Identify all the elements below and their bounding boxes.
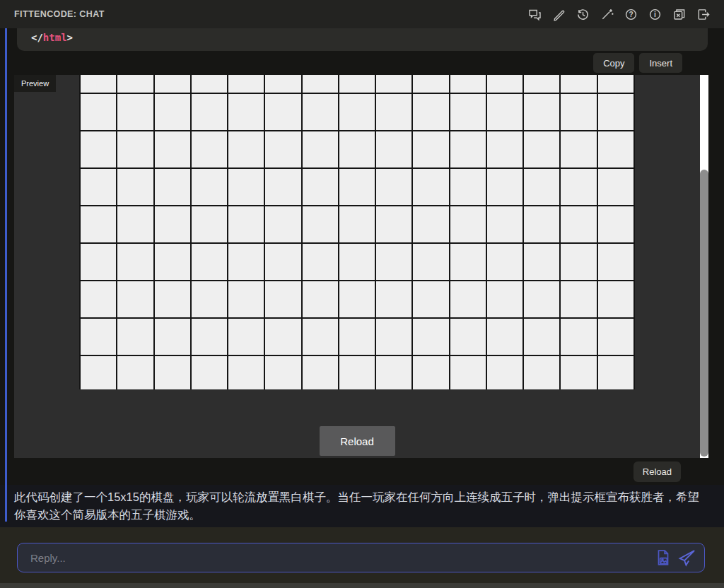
board-cell[interactable] bbox=[487, 319, 522, 355]
board-cell[interactable] bbox=[561, 169, 596, 205]
board-cell[interactable] bbox=[192, 319, 227, 355]
board-cell[interactable] bbox=[117, 169, 153, 205]
board-cell[interactable] bbox=[265, 281, 300, 317]
board-cell[interactable] bbox=[450, 94, 486, 130]
board-cell[interactable] bbox=[413, 319, 448, 355]
board-cell[interactable] bbox=[413, 206, 448, 242]
board-cell[interactable] bbox=[487, 244, 522, 280]
board-cell[interactable] bbox=[81, 206, 116, 242]
edit-icon[interactable] bbox=[552, 8, 566, 21]
board-cell[interactable] bbox=[339, 244, 375, 280]
board-cell[interactable] bbox=[155, 319, 190, 355]
board-cell[interactable] bbox=[265, 244, 300, 280]
board-cell[interactable] bbox=[598, 244, 634, 280]
board-cell[interactable] bbox=[450, 206, 486, 242]
board-cell[interactable] bbox=[450, 281, 486, 317]
board-cell[interactable] bbox=[598, 356, 634, 389]
board-cell[interactable] bbox=[339, 131, 375, 167]
board-cell[interactable] bbox=[487, 131, 522, 167]
board-cell[interactable] bbox=[450, 131, 486, 167]
board-cell[interactable] bbox=[561, 244, 596, 280]
board-cell[interactable] bbox=[303, 244, 338, 280]
board-cell[interactable] bbox=[561, 206, 596, 242]
board-cell[interactable] bbox=[265, 319, 300, 355]
board-cell[interactable] bbox=[376, 244, 411, 280]
board-cell[interactable] bbox=[228, 244, 264, 280]
board-cell[interactable] bbox=[155, 131, 190, 167]
clear-chat-icon[interactable] bbox=[672, 8, 686, 21]
board-cell[interactable] bbox=[598, 319, 634, 355]
board-cell[interactable] bbox=[339, 356, 375, 389]
board-cell[interactable] bbox=[303, 169, 338, 205]
reload-button[interactable]: Reload bbox=[634, 461, 681, 482]
board-cell[interactable] bbox=[376, 356, 411, 389]
board-cell[interactable] bbox=[524, 94, 559, 130]
comment-discussion-icon[interactable] bbox=[528, 8, 542, 21]
board-cell[interactable] bbox=[303, 94, 338, 130]
board-cell[interactable] bbox=[117, 94, 153, 130]
board-cell[interactable] bbox=[265, 169, 300, 205]
board-cell[interactable] bbox=[450, 319, 486, 355]
board-cell[interactable] bbox=[376, 281, 411, 317]
board-cell[interactable] bbox=[265, 94, 300, 130]
board-cell[interactable] bbox=[303, 281, 338, 317]
history-icon[interactable] bbox=[576, 8, 590, 21]
board-cell[interactable] bbox=[81, 169, 116, 205]
info-icon[interactable]: i bbox=[648, 8, 662, 21]
board-cell[interactable] bbox=[265, 356, 300, 389]
board-cell[interactable] bbox=[376, 319, 411, 355]
board-cell[interactable] bbox=[376, 75, 411, 93]
board-cell[interactable] bbox=[598, 206, 634, 242]
board-cell[interactable] bbox=[81, 356, 116, 389]
board-cell[interactable] bbox=[117, 75, 153, 93]
board-cell[interactable] bbox=[155, 206, 190, 242]
board-cell[interactable] bbox=[228, 94, 264, 130]
preview-reload-button[interactable]: Reload bbox=[320, 426, 395, 456]
board-cell[interactable] bbox=[228, 131, 264, 167]
board-cell[interactable] bbox=[376, 94, 411, 130]
board-cell[interactable] bbox=[339, 281, 375, 317]
magic-wand-icon[interactable] bbox=[600, 8, 614, 21]
board-cell[interactable] bbox=[81, 94, 116, 130]
board-cell[interactable] bbox=[450, 169, 486, 205]
board-cell[interactable] bbox=[228, 75, 264, 93]
board-cell[interactable] bbox=[155, 94, 190, 130]
board-cell[interactable] bbox=[561, 75, 596, 93]
board-cell[interactable] bbox=[561, 94, 596, 130]
board-cell[interactable] bbox=[192, 75, 227, 93]
board-cell[interactable] bbox=[376, 131, 411, 167]
board-cell[interactable] bbox=[413, 131, 448, 167]
board-cell[interactable] bbox=[265, 131, 300, 167]
board-cell[interactable] bbox=[598, 169, 634, 205]
board-cell[interactable] bbox=[117, 244, 153, 280]
board-cell[interactable] bbox=[155, 281, 190, 317]
board-cell[interactable] bbox=[487, 75, 522, 93]
attach-image-icon[interactable] bbox=[654, 548, 672, 567]
board-cell[interactable] bbox=[598, 75, 634, 93]
board-cell[interactable] bbox=[228, 206, 264, 242]
board-cell[interactable] bbox=[524, 169, 559, 205]
board-cell[interactable] bbox=[117, 206, 153, 242]
board-cell[interactable] bbox=[413, 75, 448, 93]
board-cell[interactable] bbox=[450, 75, 486, 93]
board-cell[interactable] bbox=[524, 319, 559, 355]
help-icon[interactable]: ? bbox=[624, 8, 638, 21]
sign-out-icon[interactable] bbox=[696, 8, 710, 21]
board-cell[interactable] bbox=[155, 356, 190, 389]
board-cell[interactable] bbox=[81, 75, 116, 93]
board-cell[interactable] bbox=[303, 131, 338, 167]
board-cell[interactable] bbox=[524, 206, 559, 242]
board-cell[interactable] bbox=[339, 319, 375, 355]
board-cell[interactable] bbox=[192, 206, 227, 242]
board-cell[interactable] bbox=[561, 131, 596, 167]
board-cell[interactable] bbox=[561, 281, 596, 317]
board-cell[interactable] bbox=[413, 244, 448, 280]
board-cell[interactable] bbox=[155, 75, 190, 93]
board-cell[interactable] bbox=[339, 94, 375, 130]
board-cell[interactable] bbox=[487, 356, 522, 389]
board-cell[interactable] bbox=[487, 94, 522, 130]
board-cell[interactable] bbox=[117, 131, 153, 167]
board-cell[interactable] bbox=[450, 356, 486, 389]
board-cell[interactable] bbox=[376, 206, 411, 242]
board-cell[interactable] bbox=[192, 131, 227, 167]
